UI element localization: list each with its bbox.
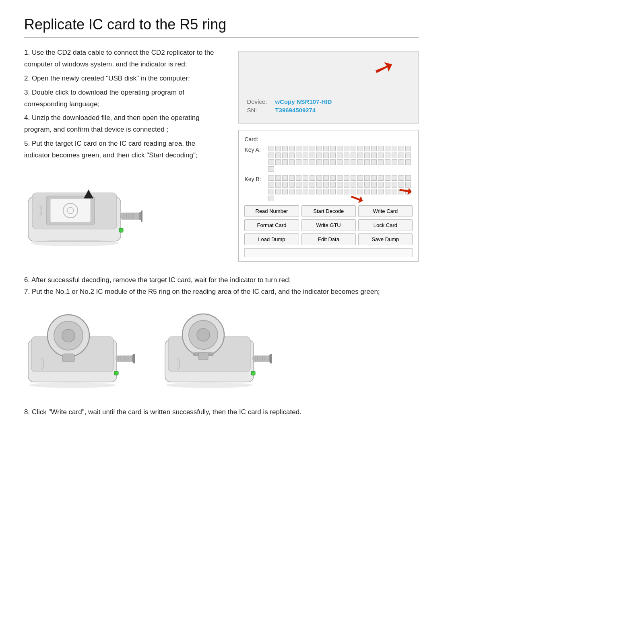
step1-text: 1. Use the CD2 data cable to connect the…: [24, 47, 222, 70]
svg-point-21: [62, 329, 75, 342]
step7-text: 7. Put the No.1 or No.2 IC module of the…: [24, 286, 419, 298]
page-title: Replicate IC card to the R5 ring: [24, 16, 419, 33]
step2-text: 2. Open the newly created "USB disk" in …: [24, 73, 222, 85]
card-label: Card:: [244, 135, 268, 142]
keya-label: Key A:: [244, 146, 268, 153]
step5-text: 5. Put the target IC card on the IC card…: [24, 138, 222, 161]
load-dump-button[interactable]: Load Dump: [244, 233, 299, 245]
svg-rect-40: [251, 371, 255, 375]
svg-point-32: [29, 382, 116, 388]
step6-text: 6. After successful decoding, remove the…: [24, 275, 419, 286]
svg-rect-41: [253, 356, 270, 361]
ring-readers-row: [24, 308, 419, 394]
ring-reader-1: [24, 308, 137, 394]
write-card-button[interactable]: Write Card: [358, 205, 413, 217]
svg-point-37: [197, 328, 210, 341]
format-card-button[interactable]: Format Card: [244, 219, 299, 231]
ic-reader-svg: [24, 169, 145, 249]
sn-label: SN:: [247, 107, 271, 114]
read-number-button[interactable]: Read Number: [244, 205, 299, 217]
svg-rect-22: [62, 354, 74, 362]
keya-grid: [268, 146, 413, 172]
edit-data-button[interactable]: Edit Data: [301, 233, 356, 245]
sn-row: SN: T39694509274: [247, 107, 410, 114]
start-decode-button[interactable]: Start Decode: [301, 205, 356, 217]
ic-reader-illustration: [24, 169, 222, 253]
svg-rect-26: [133, 354, 135, 363]
card-field-row: Card:: [244, 135, 413, 142]
svg-rect-7: [119, 228, 123, 232]
step3-text: 3. Double click to download the operatin…: [24, 87, 222, 110]
ring-reader-svg-2: [161, 308, 274, 392]
button-grid: Read Number Start Decode Write Card Form…: [244, 205, 413, 245]
device-screenshot-container: ➚ Device: wCopy NSR107-HID SN: T39694509…: [238, 47, 419, 262]
device-value: wCopy NSR107-HID: [275, 98, 332, 105]
status-bar: [244, 248, 413, 257]
arrow-red-device: ➚: [370, 53, 398, 82]
device-label: Device:: [247, 98, 271, 105]
keyb-field-row: Key B:: [244, 175, 413, 201]
save-dump-button[interactable]: Save Dump: [358, 233, 413, 245]
svg-rect-24: [116, 356, 134, 361]
svg-rect-23: [114, 371, 118, 375]
write-gtu-button[interactable]: Write GTU: [301, 219, 356, 231]
step8-paragraph: 8. Click "Write card", wait until the ca…: [24, 407, 419, 418]
svg-rect-8: [121, 213, 141, 219]
svg-rect-3: [50, 199, 91, 222]
keya-cell: [268, 146, 274, 151]
svg-rect-39: [198, 353, 208, 360]
svg-point-49: [166, 382, 253, 388]
software-panel: Card: Key A: Key B:: [238, 130, 419, 262]
device-info-panel: ➚ Device: wCopy NSR107-HID SN: T39694509…: [238, 51, 419, 124]
svg-rect-43: [270, 354, 272, 363]
lock-card-button[interactable]: Lock Card: [358, 219, 413, 231]
ring-reader-2: [161, 308, 274, 394]
keyb-grid: [268, 175, 413, 201]
instructions-left: 1. Use the CD2 data cable to connect the…: [24, 47, 222, 262]
section-top: 1. Use the CD2 data cable to connect the…: [24, 47, 419, 262]
ring-reader-svg-1: [24, 308, 137, 392]
keyb-label: Key B:: [244, 175, 268, 182]
svg-point-16: [30, 240, 119, 246]
sn-value: T39694509274: [275, 107, 316, 114]
step8-text: 8. Click "Write card", wait until the ca…: [24, 407, 419, 418]
device-row: Device: wCopy NSR107-HID: [247, 98, 410, 105]
title-divider: [24, 37, 419, 37]
step4-text: 4. Unzip the downloaded file, and then o…: [24, 112, 222, 136]
svg-rect-10: [141, 211, 142, 222]
step6-7-text: 6. After successful decoding, remove the…: [24, 275, 419, 298]
keya-field-row: Key A:: [244, 146, 413, 172]
